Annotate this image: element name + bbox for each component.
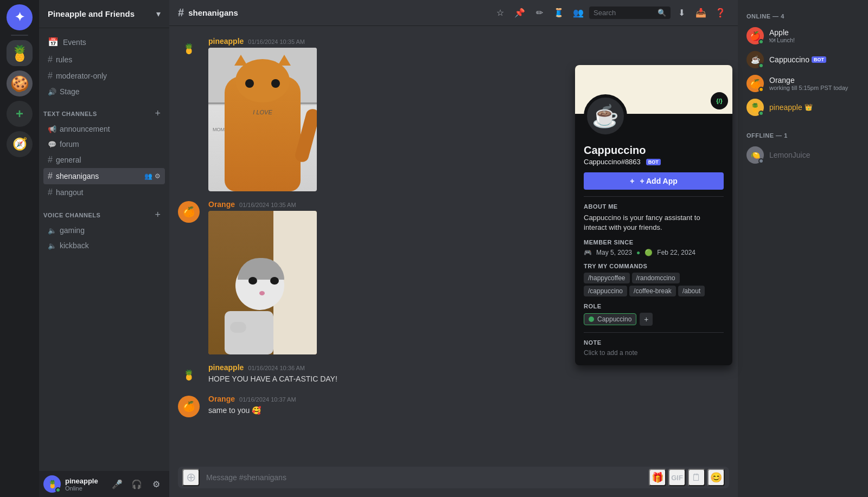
command-about[interactable]: /about <box>678 286 705 296</box>
add-server-button[interactable]: + <box>7 101 33 127</box>
mic-button[interactable]: 🎤 <box>108 475 126 493</box>
general-label: general <box>56 156 81 164</box>
member-status-lemon <box>758 158 764 164</box>
member-name-cappuccino: Cappuccino <box>769 55 809 64</box>
sidebar-item-moderator[interactable]: # moderator-only <box>43 68 165 84</box>
voice-channels-section[interactable]: VOICE CHANNELS + <box>39 201 169 223</box>
add-channel-icon[interactable]: + <box>155 108 161 119</box>
command-happycoffee[interactable]: /happycoffee <box>584 273 630 283</box>
star-button[interactable]: ☆ <box>492 4 509 22</box>
sidebar-item-forum[interactable]: 💬 forum <box>43 137 165 152</box>
settings-button[interactable]: ⚙ <box>148 475 165 493</box>
add-role-button[interactable]: + <box>640 313 653 326</box>
sidebar-item-hangout[interactable]: # hangout <box>43 184 165 201</box>
add-attachment-button[interactable]: ⊕ <box>182 469 200 486</box>
emoji-button[interactable]: 😊 <box>707 469 725 486</box>
add-app-label: + Add App <box>640 177 677 185</box>
channel-name-display: shenanigans <box>188 8 238 17</box>
sidebar-content: 📅 Events # rules # moderator-only 🔊 Stag… <box>39 28 169 471</box>
message-group-4: 🍊 Orange 01/16/2024 10:37 AM same to you… <box>169 392 738 419</box>
author-pineapple-1[interactable]: pineapple <box>208 37 244 46</box>
member-name-apple: Apple <box>769 28 795 37</box>
threads-button[interactable]: 🧵 <box>550 4 567 22</box>
member-pineapple[interactable]: 🍍 pineapple 👑 <box>742 95 864 119</box>
online-section-header: ONLINE — 4 <box>738 9 868 24</box>
command-randomccino[interactable]: /randomccino <box>632 273 680 283</box>
text-channels-section[interactable]: TEXT CHANNELS + <box>39 99 169 121</box>
profile-avatar: ☕ <box>584 94 627 138</box>
sticker-button[interactable]: 🗒 <box>688 469 705 486</box>
discord-logo-small: 🎮 <box>584 249 592 256</box>
sidebar-item-announcement[interactable]: 📢 announcement <box>43 121 165 137</box>
hash-shenanigans-icon: # <box>48 171 53 181</box>
member-apple[interactable]: 🍎 Apple 🍽 Lunch! <box>742 24 864 48</box>
inbox-button[interactable]: 📥 <box>692 4 710 22</box>
download-button[interactable]: ⬇ <box>673 4 690 22</box>
gif-button[interactable]: GIF <box>668 469 686 486</box>
message-header-1: pineapple 01/16/2024 10:35 AM <box>208 37 729 46</box>
member-status-cappuccino <box>758 63 764 68</box>
member-cappuccino[interactable]: ☕ Cappuccino BOT <box>742 48 864 72</box>
server-header[interactable]: Pineapple and Friends ▾ <box>39 0 169 28</box>
sidebar-item-stage[interactable]: 🔊 Stage <box>43 84 165 99</box>
about-me-title: ABOUT ME <box>584 203 724 210</box>
username-display: pineapple <box>65 477 104 485</box>
member-icon[interactable]: 👥 <box>144 172 152 180</box>
member-orange[interactable]: 🍊 Orange working till 5:15pm PST today <box>742 72 864 95</box>
headphones-button[interactable]: 🎧 <box>128 475 145 493</box>
note-title: NOTE <box>584 339 724 346</box>
announcement-icon: 📢 <box>48 125 56 133</box>
voice-channels-label: VOICE CHANNELS <box>43 212 100 218</box>
member-name-orange: Orange <box>769 76 848 85</box>
member-info-pineapple: pineapple 👑 <box>769 103 813 112</box>
server-icon-small: 🟢 <box>644 249 653 256</box>
command-coffee-break[interactable]: /coffee-break <box>629 286 676 296</box>
sidebar-item-events[interactable]: 📅 Events <box>39 33 169 51</box>
server-join-date: Feb 22, 2024 <box>657 249 695 256</box>
hash-general-icon: # <box>48 155 53 165</box>
user-status-dot <box>55 487 61 493</box>
stage-channel-label: Stage <box>60 87 80 96</box>
sidebar-item-kickback[interactable]: 🔈 kickback <box>43 238 165 253</box>
search-bar[interactable]: Search 🔍 <box>589 7 671 19</box>
sidebar-item-gaming[interactable]: 🔈 gaming <box>43 223 165 238</box>
settings-channel-icon[interactable]: ⚙ <box>155 172 161 180</box>
add-app-button[interactable]: + + Add App <box>584 172 724 190</box>
sidebar-item-rules[interactable]: # rules <box>43 51 165 68</box>
member-status-text-apple: 🍽 Lunch! <box>769 37 795 43</box>
gift-button[interactable]: 🎁 <box>649 469 666 486</box>
note-placeholder[interactable]: Click to add a note <box>584 349 724 357</box>
member-since-section: MEMBER SINCE 🎮 May 5, 2023 ● 🟢 Feb 22, 2… <box>584 239 724 256</box>
members-button[interactable]: 👥 <box>570 4 587 22</box>
role-title: ROLE <box>584 303 724 309</box>
timestamp-1: 01/16/2024 10:35 AM <box>248 38 305 45</box>
author-orange-2[interactable]: Orange <box>208 395 235 403</box>
forum-label: forum <box>60 140 79 149</box>
server-explore[interactable]: 🧭 <box>7 131 33 157</box>
profile-banner: ☕ {/} <box>575 65 732 114</box>
command-cappuccino[interactable]: /cappuccino <box>584 286 627 296</box>
about-me-text: Cappuccino is your fancy assistant to in… <box>584 213 724 233</box>
profile-body: Cappuccino Cappuccino#8863 BOT + + Add A… <box>575 114 732 365</box>
role-dot <box>589 317 594 322</box>
author-orange-1[interactable]: Orange <box>208 200 235 209</box>
member-lemonjuice[interactable]: 🍋 LemonJuice <box>742 143 864 167</box>
member-avatar-container-cappuccino: ☕ <box>746 51 764 68</box>
member-name-pineapple: pineapple <box>769 103 802 112</box>
profile-divider-2 <box>584 332 724 333</box>
add-icon: + <box>630 177 634 185</box>
profile-divider-1 <box>584 196 724 197</box>
discord-home-icon[interactable]: ✦ <box>7 4 33 30</box>
sidebar-item-shenanigans[interactable]: # shenanigans 👥 ⚙ <box>43 168 165 184</box>
server-cookie[interactable]: 🍪 <box>7 70 33 96</box>
hash-hangout-icon: # <box>48 188 53 197</box>
server-pineapple[interactable]: 🍍 <box>7 40 33 66</box>
help-button[interactable]: ❓ <box>712 4 729 22</box>
author-pineapple-2[interactable]: pineapple <box>208 363 244 372</box>
message-input-field[interactable] <box>202 467 647 488</box>
pin-button[interactable]: 📌 <box>511 4 528 22</box>
sidebar-item-general[interactable]: # general <box>43 152 165 168</box>
message-text-4: same to you 🥰 <box>208 405 729 416</box>
add-voice-icon[interactable]: + <box>155 209 161 221</box>
edit-button[interactable]: ✏ <box>531 4 548 22</box>
